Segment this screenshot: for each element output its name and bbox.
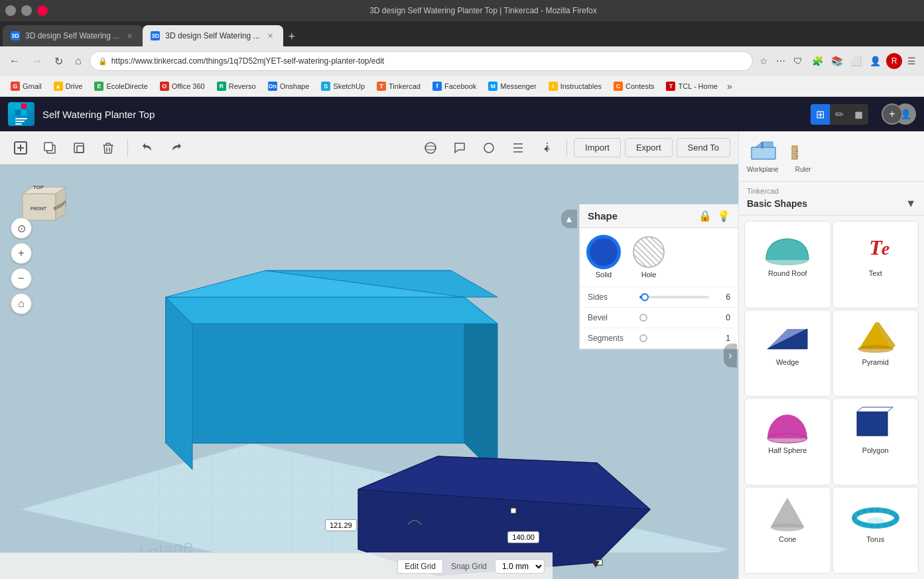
pencil-view-button[interactable]: ✏ (830, 104, 849, 125)
align-button[interactable] (505, 137, 531, 159)
account-button[interactable]: 👤 (867, 53, 884, 69)
tab-2[interactable]: 3D 3D design Self Watering ... ✕ (143, 25, 283, 46)
more-bookmarks[interactable]: » (727, 81, 732, 92)
zoom-out-button[interactable]: − (11, 268, 32, 289)
bookmark-facebook[interactable]: f Facebook (427, 80, 482, 93)
tabs-button[interactable]: ⬜ (848, 53, 864, 69)
canvas[interactable]: Workplane (0, 164, 738, 579)
duplicate-button[interactable] (66, 137, 92, 159)
bookmark-gmail[interactable]: G Gmail (5, 80, 47, 93)
bookmark-drive[interactable]: ▲ Drive (48, 80, 88, 93)
bookmark-onshape-label: Onshape (280, 82, 310, 90)
add-user-button[interactable]: + (882, 103, 903, 125)
history-button[interactable]: 📚 (828, 53, 845, 69)
shape-item-half-sphere[interactable]: Half Sphere (744, 398, 831, 485)
solid-button[interactable]: Solid (588, 236, 620, 279)
tinkercad-logo[interactable] (8, 102, 34, 126)
sphere-view-button[interactable] (418, 137, 443, 159)
shape-item-polygon[interactable]: Polygon (832, 398, 919, 485)
address-input[interactable]: 🔒 https://www.tinkercad.com/things/1q7D5… (90, 51, 753, 71)
tab-close-1[interactable]: ✕ (125, 31, 135, 41)
shield-button[interactable]: 🛡 (791, 53, 805, 69)
bookmark-instructables[interactable]: I Instructables (543, 80, 607, 93)
snap-grid-select[interactable]: 1.0 mm (495, 559, 545, 574)
edit-grid-button[interactable]: Edit Grid (397, 559, 443, 574)
svg-rect-4 (44, 143, 52, 151)
dimension-x-value: 121.29 (330, 521, 352, 529)
browser-actions: 🧩 📚 ⬜ 👤 R ☰ (809, 53, 919, 69)
back-button[interactable]: ← (5, 52, 24, 70)
close-button[interactable] (37, 5, 48, 16)
grid-view-button[interactable]: ⊞ (811, 104, 830, 125)
minimize-button[interactable] (5, 5, 16, 16)
user-area: + 👤 (882, 103, 916, 125)
shape-item-text[interactable]: T e Text (832, 221, 919, 308)
comment-button[interactable] (447, 137, 472, 159)
category-dropdown-button[interactable]: ▼ (905, 198, 916, 210)
light-icon[interactable]: 💡 (717, 210, 730, 222)
bookmark-ecoledirecte[interactable]: E EcoleDirecte (89, 80, 153, 93)
bookmark-tinkercad-label: Tinkercad (389, 82, 421, 90)
shape-preview-cone (761, 493, 814, 533)
bookmark-messenger-label: Messenger (500, 82, 536, 90)
svg-line-67 (888, 407, 893, 412)
sidebar-scroll-indicator[interactable]: › (724, 344, 737, 367)
bookmark-star-button[interactable]: ☆ (757, 53, 771, 69)
lock-prop-icon[interactable]: 🔒 (698, 210, 712, 222)
bevel-radio[interactable] (639, 314, 647, 322)
refresh-button[interactable]: ↻ (50, 52, 67, 70)
shape-item-wedge[interactable]: Wedge (744, 310, 831, 397)
menu-button[interactable]: ☰ (905, 53, 919, 69)
segments-radio[interactable] (639, 334, 647, 342)
redo-button[interactable] (164, 137, 189, 159)
home-view-button[interactable]: ⌂ (11, 293, 32, 314)
bookmark-reverso[interactable]: R Reverso (212, 80, 261, 93)
ruler-button[interactable]: Ruler (787, 137, 820, 176)
more-button[interactable]: ⋯ (773, 53, 788, 69)
undo-button[interactable] (135, 137, 160, 159)
zoom-fit-button[interactable]: ⊙ (11, 218, 32, 239)
maximize-button[interactable] (21, 5, 32, 16)
bookmark-tcl[interactable]: T TCL - Home (661, 80, 723, 93)
forward-button[interactable]: → (28, 52, 46, 70)
sides-slider[interactable] (639, 296, 709, 298)
import-button[interactable]: Import (574, 138, 621, 157)
delete-button[interactable] (96, 137, 121, 159)
shape-label-text: Text (869, 269, 882, 277)
contests-icon: C (614, 82, 623, 91)
send-to-button[interactable]: Send To (677, 138, 730, 157)
panel-collapse-button[interactable]: ▲ (561, 210, 577, 228)
bookmark-sketchup[interactable]: S SketchUp (316, 80, 370, 93)
shape-item-pyramid[interactable]: Pyramid (832, 310, 919, 397)
firefox-account[interactable]: R (886, 53, 902, 69)
circle-view-button[interactable] (476, 137, 501, 159)
mirror-button[interactable] (535, 137, 560, 159)
export-button[interactable]: Export (625, 138, 673, 157)
svg-point-7 (425, 143, 436, 153)
extensions-button[interactable]: 🧩 (809, 53, 826, 69)
window-controls[interactable] (5, 5, 48, 16)
bookmark-office360[interactable]: O Office 360 (155, 80, 210, 93)
shape-item-torus[interactable]: Torus (832, 487, 919, 574)
bookmark-messenger[interactable]: M Messenger (483, 80, 541, 93)
new-tab-button[interactable]: + (283, 27, 301, 46)
new-shape-button[interactable] (8, 137, 33, 159)
tab-1[interactable]: 3D 3D design Self Watering ... ✕ (3, 25, 143, 46)
copy-button[interactable] (37, 137, 62, 159)
shape-item-cone[interactable]: Cone (744, 487, 831, 574)
shape-item-round-roof[interactable]: Round Roof (744, 221, 831, 308)
shape-preview-pyramid (849, 316, 902, 355)
workplane-button[interactable]: Workplane (744, 137, 781, 176)
box-view-button[interactable]: ◼ (849, 104, 868, 125)
tab-close-2[interactable]: ✕ (265, 31, 275, 41)
segments-control (639, 334, 709, 342)
bookmark-onshape[interactable]: On Onshape (263, 80, 315, 93)
bookmark-tinkercad[interactable]: T Tinkercad (371, 80, 426, 93)
sides-thumb[interactable] (641, 293, 649, 301)
bookmark-contests[interactable]: C Contests (608, 80, 659, 93)
home-button[interactable]: ⌂ (71, 52, 86, 70)
bookmark-facebook-label: Facebook (444, 82, 476, 90)
hole-button[interactable]: Hole (633, 236, 665, 279)
zoom-in-button[interactable]: + (11, 243, 32, 264)
svg-rect-25 (511, 508, 516, 513)
